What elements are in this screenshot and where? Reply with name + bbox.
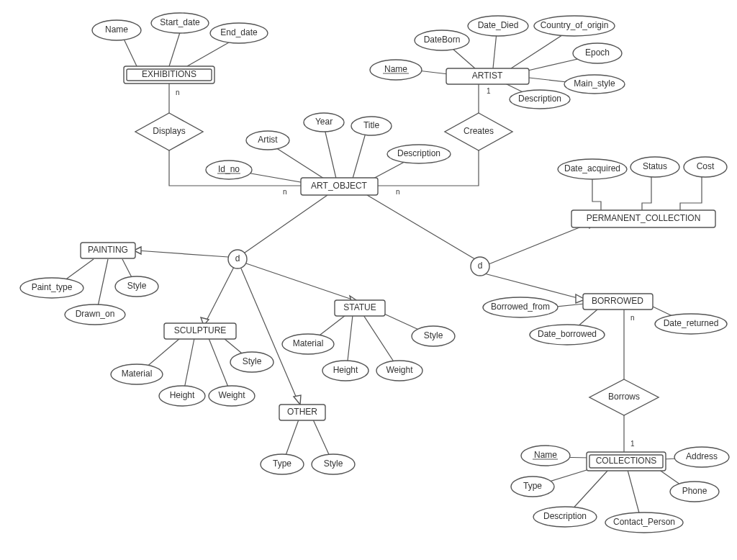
arrow-dleft-other bbox=[294, 395, 301, 405]
svg-text:Weight: Weight bbox=[218, 390, 245, 400]
attr-exh-start: Start_date bbox=[151, 13, 209, 33]
entity-artist: ARTIST bbox=[446, 68, 529, 84]
link-dright-borrowed bbox=[484, 274, 583, 299]
entity-other: OTHER bbox=[279, 405, 325, 420]
svg-text:Address: Address bbox=[686, 451, 718, 461]
attr-p-drawn: Drawn_on bbox=[65, 304, 125, 325]
attr-art-desc: Description bbox=[510, 90, 570, 109]
specialization-right: d bbox=[471, 257, 489, 276]
entity-borrowed: BORROWED bbox=[583, 294, 653, 310]
svg-text:Description: Description bbox=[543, 511, 587, 521]
svg-text:Status: Status bbox=[643, 161, 667, 171]
svg-text:SCULPTURE: SCULPTURE bbox=[174, 325, 227, 335]
link-ao-dright bbox=[367, 195, 479, 261]
attr-ao-year: Year bbox=[304, 113, 344, 132]
attr-art-epoch: Epoch bbox=[573, 43, 622, 63]
attr-bo-dretu: Date_returned bbox=[655, 314, 727, 334]
svg-text:EXHIBITIONS: EXHIBITIONS bbox=[142, 69, 196, 79]
svg-text:PERMANENT_COLLECTION: PERMANENT_COLLECTION bbox=[587, 213, 701, 223]
svg-text:Name: Name bbox=[105, 24, 128, 35]
svg-text:Id_no: Id_no bbox=[218, 164, 240, 174]
link-exh-name bbox=[122, 36, 137, 66]
entity-painting: PAINTING bbox=[81, 243, 135, 258]
card-col-1: 1 bbox=[630, 440, 635, 448]
card-artist-1: 1 bbox=[487, 87, 491, 95]
entity-exhibitions: EXHIBITIONS bbox=[124, 66, 214, 83]
entity-collections: COLLECTIONS bbox=[587, 452, 666, 471]
link-dleft-sculpture bbox=[205, 267, 234, 323]
link-exh-start bbox=[169, 32, 180, 66]
attr-s-mat: Material bbox=[111, 364, 163, 384]
svg-text:Height: Height bbox=[170, 390, 195, 400]
link-st-wt bbox=[363, 315, 397, 367]
entity-permanent-collection: PERMANENT_COLLECTION bbox=[571, 210, 715, 227]
entity-sculpture: SCULPTURE bbox=[164, 323, 236, 339]
er-diagram: n n n 1 n 1 EXHIBITIONS ARTIST ART_OBJEC… bbox=[0, 0, 737, 560]
svg-text:Displays: Displays bbox=[153, 126, 185, 136]
link-st-ht bbox=[347, 315, 353, 367]
card-borrowed-n: n bbox=[630, 314, 635, 322]
svg-text:Type: Type bbox=[273, 459, 291, 469]
attr-art-mainstyle: Main_style bbox=[564, 75, 625, 94]
attr-col-name: Name bbox=[521, 446, 570, 466]
svg-text:Main_style: Main_style bbox=[574, 78, 615, 89]
svg-text:Height: Height bbox=[333, 365, 358, 375]
svg-text:Date_borrowed: Date_borrowed bbox=[538, 329, 597, 339]
attr-art-name: Name bbox=[370, 60, 422, 80]
attr-col-type: Type bbox=[511, 477, 554, 497]
svg-text:PAINTING: PAINTING bbox=[88, 245, 128, 255]
attr-o-type: Type bbox=[261, 454, 304, 474]
svg-text:COLLECTIONS: COLLECTIONS bbox=[596, 456, 657, 466]
svg-text:Epoch: Epoch bbox=[585, 48, 610, 58]
link-ao-dleft bbox=[238, 195, 327, 258]
attr-st-mat: Material bbox=[282, 334, 334, 354]
svg-text:ARTIST: ARTIST bbox=[472, 71, 503, 81]
svg-text:OTHER: OTHER bbox=[287, 407, 317, 417]
svg-text:Description: Description bbox=[518, 94, 561, 104]
card-ao-exh-n: n bbox=[283, 188, 287, 196]
svg-text:STATUE: STATUE bbox=[343, 302, 376, 312]
svg-text:BORROWED: BORROWED bbox=[592, 296, 643, 306]
rel-borrows: Borrows bbox=[589, 379, 659, 415]
attr-p-ptype: Paint_type bbox=[20, 278, 83, 298]
svg-text:Artist: Artist bbox=[258, 135, 278, 145]
link-p-drawn bbox=[97, 259, 108, 310]
link-dleft-statue bbox=[246, 263, 356, 301]
attr-col-desc: Description bbox=[533, 507, 597, 527]
svg-text:d: d bbox=[478, 261, 483, 271]
svg-text:Style: Style bbox=[424, 330, 443, 340]
link-ao-artist bbox=[270, 144, 324, 179]
svg-text:Cost: Cost bbox=[697, 161, 715, 171]
attr-o-style: Style bbox=[312, 454, 355, 474]
attr-exh-name: Name bbox=[92, 20, 141, 40]
svg-text:Weight: Weight bbox=[386, 365, 413, 375]
link-art-ddied bbox=[493, 32, 497, 68]
card-ao-creates-n: n bbox=[396, 188, 400, 196]
svg-text:Style: Style bbox=[324, 459, 343, 469]
svg-text:Contact_Person: Contact_Person bbox=[613, 517, 675, 527]
attr-ao-title: Title bbox=[351, 117, 392, 135]
attr-col-phone: Phone bbox=[670, 482, 719, 502]
attr-col-addr: Address bbox=[674, 447, 729, 467]
attr-st-wt: Weight bbox=[376, 361, 422, 381]
svg-text:Name: Name bbox=[384, 64, 407, 74]
svg-text:Title: Title bbox=[363, 120, 380, 130]
svg-text:End_date: End_date bbox=[220, 27, 258, 37]
attr-pc-status: Status bbox=[630, 157, 679, 177]
link-art-country bbox=[511, 32, 566, 68]
card-exh-n: n bbox=[176, 89, 180, 96]
link-o-style bbox=[313, 420, 331, 459]
svg-text:d: d bbox=[235, 253, 240, 263]
link-o-type bbox=[284, 420, 299, 459]
rel-displays: Displays bbox=[135, 113, 203, 150]
svg-text:ART_OBJECT: ART_OBJECT bbox=[311, 181, 367, 191]
attr-bo-from: Borrowed_from bbox=[483, 297, 558, 317]
link-dright-pc bbox=[489, 222, 594, 264]
svg-text:Year: Year bbox=[315, 117, 333, 127]
attr-pc-date: Date_acquired bbox=[558, 159, 627, 179]
svg-text:Borrows: Borrows bbox=[608, 392, 640, 402]
svg-text:Date_Died: Date_Died bbox=[478, 20, 519, 30]
svg-text:Date_returned: Date_returned bbox=[664, 318, 719, 328]
link-exh-end bbox=[187, 40, 234, 66]
svg-text:Material: Material bbox=[293, 338, 324, 348]
